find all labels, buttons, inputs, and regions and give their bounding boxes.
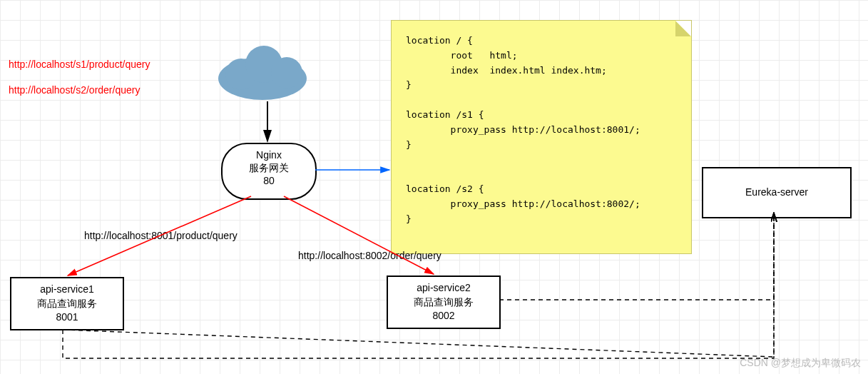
example-url-1: http://localhost/s1/product/query <box>9 59 150 70</box>
edge-label-svc2: http://localhost:8002/order/query <box>298 250 441 261</box>
api-service2-port: 8002 <box>394 309 494 323</box>
diagram-canvas: http://localhost/s1/product/query http:/… <box>0 0 868 374</box>
nginx-config-text: location / { root html; index index.html… <box>406 35 640 224</box>
api-service1-port: 8001 <box>17 310 117 325</box>
nginx-sub: 服务网关 <box>223 161 315 174</box>
nginx-title: Nginx <box>223 148 315 161</box>
nginx-node: Nginx 服务网关 80 <box>221 143 317 200</box>
svg-point-1 <box>225 59 257 90</box>
api-service1-name: api-service1 <box>17 283 117 297</box>
edge-label-svc1: http://localhost:8001/product/query <box>84 230 238 241</box>
api-service2-node: api-service2 商品查询服务 8002 <box>387 276 501 329</box>
nginx-config-note: location / { root html; index index.html… <box>391 20 692 254</box>
example-url-2: http://localhost/s2/order/query <box>9 84 140 96</box>
svg-point-2 <box>245 46 282 83</box>
eureka-node: Eureka-server <box>702 167 852 218</box>
svg-point-0 <box>218 57 307 100</box>
svg-point-3 <box>271 57 302 89</box>
nginx-port: 80 <box>223 174 315 187</box>
eureka-name: Eureka-server <box>709 186 844 200</box>
api-service1-desc: 商品查询服务 <box>17 297 117 311</box>
api-service1-node: api-service1 商品查询服务 8001 <box>10 277 124 330</box>
api-service2-name: api-service2 <box>394 281 494 295</box>
api-service2-desc: 商品查询服务 <box>394 295 494 310</box>
watermark: CSDN @梦想成为卑微码农 <box>740 357 861 370</box>
